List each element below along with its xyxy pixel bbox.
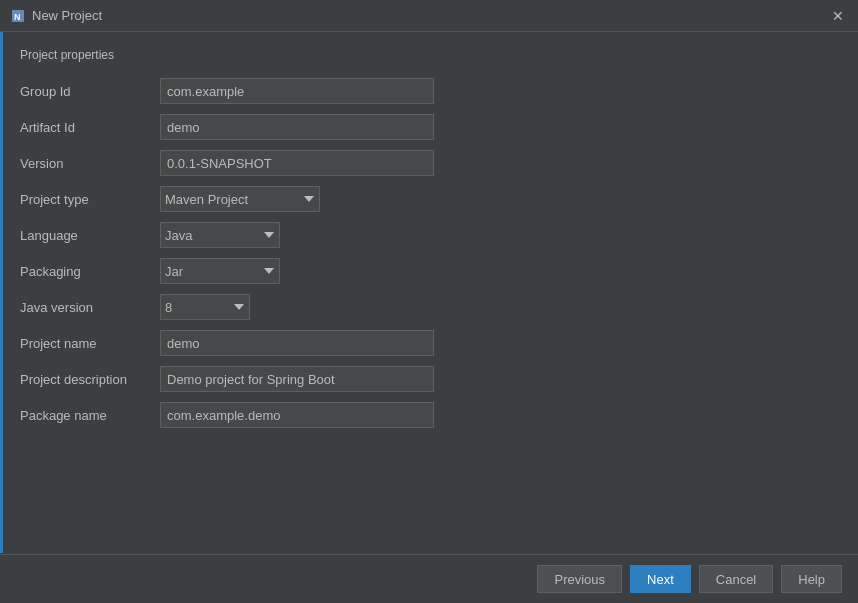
package-name-row: Package name (20, 402, 838, 428)
left-accent-bar (0, 32, 3, 553)
project-name-input[interactable] (160, 330, 434, 356)
help-button[interactable]: Help (781, 565, 842, 593)
package-name-label: Package name (20, 408, 160, 423)
java-version-row: Java version 8 11 17 21 (20, 294, 838, 320)
java-version-select[interactable]: 8 11 17 21 (160, 294, 250, 320)
group-id-row: Group Id (20, 78, 838, 104)
svg-text:N: N (14, 12, 21, 22)
version-input[interactable] (160, 150, 434, 176)
project-description-input[interactable] (160, 366, 434, 392)
packaging-row: Packaging Jar War (20, 258, 838, 284)
form-area: Group Id Artifact Id Version Project typ… (20, 78, 838, 544)
artifact-id-label: Artifact Id (20, 120, 160, 135)
language-label: Language (20, 228, 160, 243)
previous-button[interactable]: Previous (537, 565, 622, 593)
project-type-label: Project type (20, 192, 160, 207)
version-label: Version (20, 156, 160, 171)
language-row: Language Java Kotlin Groovy (20, 222, 838, 248)
dialog-content: Project properties Group Id Artifact Id … (0, 32, 858, 554)
packaging-select[interactable]: Jar War (160, 258, 280, 284)
packaging-label: Packaging (20, 264, 160, 279)
title-bar: N New Project ✕ (0, 0, 858, 32)
project-description-row: Project description (20, 366, 838, 392)
project-description-label: Project description (20, 372, 160, 387)
project-type-row: Project type Maven Project Gradle Projec… (20, 186, 838, 212)
next-button[interactable]: Next (630, 565, 691, 593)
project-name-label: Project name (20, 336, 160, 351)
package-name-input[interactable] (160, 402, 434, 428)
version-row: Version (20, 150, 838, 176)
section-title: Project properties (20, 48, 838, 62)
bottom-bar: Previous Next Cancel Help (0, 554, 858, 603)
language-select[interactable]: Java Kotlin Groovy (160, 222, 280, 248)
cancel-button[interactable]: Cancel (699, 565, 773, 593)
group-id-input[interactable] (160, 78, 434, 104)
project-type-select[interactable]: Maven Project Gradle Project (160, 186, 320, 212)
java-version-label: Java version (20, 300, 160, 315)
close-button[interactable]: ✕ (828, 6, 848, 26)
app-icon: N (10, 8, 26, 24)
project-name-row: Project name (20, 330, 838, 356)
group-id-label: Group Id (20, 84, 160, 99)
artifact-id-row: Artifact Id (20, 114, 838, 140)
window-title: New Project (32, 8, 828, 23)
artifact-id-input[interactable] (160, 114, 434, 140)
